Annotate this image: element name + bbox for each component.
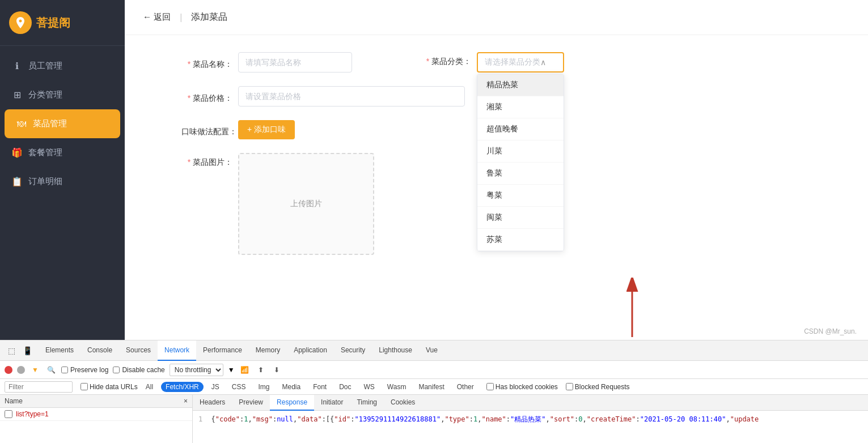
filter-media-btn[interactable]: Media <box>277 382 305 392</box>
form-area: * 菜品名称： * 菜品分类： 请选择菜品分类 ∧ <box>125 35 868 272</box>
detail-tab-preview[interactable]: Preview <box>232 395 270 411</box>
dish-name-input[interactable] <box>238 52 352 73</box>
upload-icon[interactable]: ⬆ <box>255 364 266 376</box>
category-select-wrapper: 请选择菜品分类 ∧ 精品热菜 湘菜 超值晚餐 川菜 鲁菜 粤菜 闽菜 <box>477 52 564 73</box>
tab-lighthouse[interactable]: Lighthouse <box>372 340 419 361</box>
tab-performance[interactable]: Performance <box>196 340 249 361</box>
dish-name-label: * 菜品名称： <box>181 55 232 70</box>
filter-icon[interactable]: ▼ <box>29 364 41 376</box>
filter-other-btn[interactable]: Other <box>452 382 479 392</box>
sidebar-item-label: 员工管理 <box>28 61 62 71</box>
sidebar-nav: ℹ 员工管理 ⊞ 分类管理 🍽 菜品管理 🎁 套餐管理 📋 订单明细 <box>0 46 125 196</box>
tab-elements[interactable]: Elements <box>39 340 81 361</box>
page-title: 添加菜品 <box>191 11 227 23</box>
blocked-requests-checkbox[interactable] <box>566 383 573 390</box>
tab-memory[interactable]: Memory <box>249 340 287 361</box>
dish-icon: 🍽 <box>16 119 27 129</box>
network-toolbar: ▼ 🔍 Preserve log Disable cache No thrott… <box>0 361 868 379</box>
devtools-tabs: ⬚ 📱 Elements Console Sources Network Per… <box>0 340 868 361</box>
filter-css-btn[interactable]: CSS <box>227 382 251 392</box>
tab-security[interactable]: Security <box>334 340 372 361</box>
sidebar-item-category[interactable]: ⊞ 分类管理 <box>0 80 125 109</box>
sidebar-item-setmeal[interactable]: 🎁 套餐管理 <box>0 138 125 167</box>
detail-tab-headers[interactable]: Headers <box>193 395 232 411</box>
request-list-panel: Name × list?type=1 <box>0 395 193 443</box>
red-arrow <box>615 278 649 340</box>
disable-cache-checkbox[interactable] <box>113 367 120 373</box>
category-option-6[interactable]: 闽菜 <box>477 207 564 229</box>
filter-manifest-btn[interactable]: Manifest <box>414 382 448 392</box>
sidebar-item-label: 订单明细 <box>28 176 62 187</box>
tab-application[interactable]: Application <box>287 340 334 361</box>
filter-fetch-xhr-btn[interactable]: Fetch/XHR <box>161 382 204 392</box>
sidebar-item-order[interactable]: 📋 订单明细 <box>0 167 125 196</box>
has-blocked-cookies-label[interactable]: Has blocked cookies <box>486 383 558 391</box>
blocked-requests-label[interactable]: Blocked Requests <box>566 383 630 391</box>
grid-icon: ⊞ <box>11 90 23 100</box>
sidebar: 菩提阁 ℹ 员工管理 ⊞ 分类管理 🍽 菜品管理 🎁 套餐管理 📋 订单明细 <box>0 0 125 340</box>
response-content: 1 {"code":1,"msg":null,"data":[{"id":"13… <box>193 411 868 443</box>
clipboard-icon: 📋 <box>11 176 23 187</box>
filter-doc-btn[interactable]: Doc <box>335 382 355 392</box>
image-upload-area[interactable]: 上传图片 <box>238 153 374 255</box>
category-option-0[interactable]: 精品热菜 <box>477 74 564 96</box>
category-option-5[interactable]: 粤菜 <box>477 185 564 207</box>
devtools-content: Name × list?type=1 Headers Preview Respo… <box>0 395 868 443</box>
page-header: ← 返回 | 添加菜品 <box>125 0 868 35</box>
category-option-4[interactable]: 鲁菜 <box>477 163 564 185</box>
tab-console[interactable]: Console <box>81 340 119 361</box>
preserve-log-label[interactable]: Preserve log <box>61 366 108 374</box>
filter-all-btn[interactable]: All <box>141 382 158 392</box>
detail-tab-response[interactable]: Response <box>270 395 314 411</box>
list-header: Name × <box>0 395 192 408</box>
category-select-trigger[interactable]: 请选择菜品分类 ∧ <box>477 52 564 73</box>
has-blocked-cookies-checkbox[interactable] <box>486 383 494 390</box>
category-option-2[interactable]: 超值晚餐 <box>477 118 564 140</box>
hide-data-urls-checkbox[interactable] <box>81 383 88 390</box>
detail-tabs: Headers Preview Response Initiator Timin… <box>193 395 868 411</box>
category-option-7[interactable]: 苏菜 <box>477 229 564 251</box>
add-flavor-button[interactable]: + 添加口味 <box>238 120 295 139</box>
tab-network[interactable]: Network <box>158 340 196 361</box>
back-button[interactable]: ← 返回 <box>143 12 171 23</box>
category-option-3[interactable]: 川菜 <box>477 140 564 163</box>
inspect-icon[interactable]: ⬚ <box>5 344 18 357</box>
download-icon[interactable]: ⬇ <box>271 364 282 376</box>
info-icon: ℹ <box>11 61 23 71</box>
chevron-down-icon: ▼ <box>228 366 235 374</box>
line-number: 1 <box>198 415 202 423</box>
detail-tab-timing[interactable]: Timing <box>350 395 384 411</box>
preserve-log-checkbox[interactable] <box>61 367 68 373</box>
filter-input[interactable] <box>5 381 73 393</box>
search-icon[interactable]: 🔍 <box>45 364 57 376</box>
filter-img-btn[interactable]: Img <box>253 382 274 392</box>
throttle-select[interactable]: No throttling <box>170 364 223 376</box>
filter-ws-btn[interactable]: WS <box>359 382 379 392</box>
filter-wasm-btn[interactable]: Wasm <box>383 382 411 392</box>
sidebar-item-dish[interactable]: 🍽 菜品管理 <box>5 109 120 138</box>
stop-button[interactable] <box>17 366 25 374</box>
device-icon[interactable]: 📱 <box>20 344 34 357</box>
request-name: list?type=1 <box>16 410 49 418</box>
close-col-header: × <box>184 397 188 405</box>
back-label: ← 返回 <box>143 12 171 23</box>
category-dropdown: 精品热菜 湘菜 超值晚餐 川菜 鲁菜 粤菜 闽菜 苏菜 <box>477 74 564 252</box>
disable-cache-label[interactable]: Disable cache <box>113 366 164 374</box>
sidebar-item-label: 套餐管理 <box>28 147 62 158</box>
filter-font-btn[interactable]: Font <box>308 382 331 392</box>
devtools-panel: ⬚ 📱 Elements Console Sources Network Per… <box>0 340 868 443</box>
item-checkbox[interactable] <box>5 410 12 418</box>
detail-tab-cookies[interactable]: Cookies <box>384 395 422 411</box>
detail-tab-initiator[interactable]: Initiator <box>314 395 350 411</box>
tab-vue[interactable]: Vue <box>419 340 444 361</box>
record-button[interactable] <box>5 366 12 374</box>
category-option-1[interactable]: 湘菜 <box>477 96 564 118</box>
filter-js-btn[interactable]: JS <box>207 382 224 392</box>
sidebar-item-employee[interactable]: ℹ 员工管理 <box>0 52 125 80</box>
list-item[interactable]: list?type=1 <box>0 408 192 421</box>
hide-data-urls-label[interactable]: Hide data URLs <box>81 383 138 391</box>
dish-price-input[interactable] <box>238 86 465 107</box>
filter-bar: Hide data URLs All Fetch/XHR JS CSS Img … <box>0 379 868 395</box>
wifi-icon[interactable]: 📶 <box>239 364 251 376</box>
tab-sources[interactable]: Sources <box>119 340 158 361</box>
